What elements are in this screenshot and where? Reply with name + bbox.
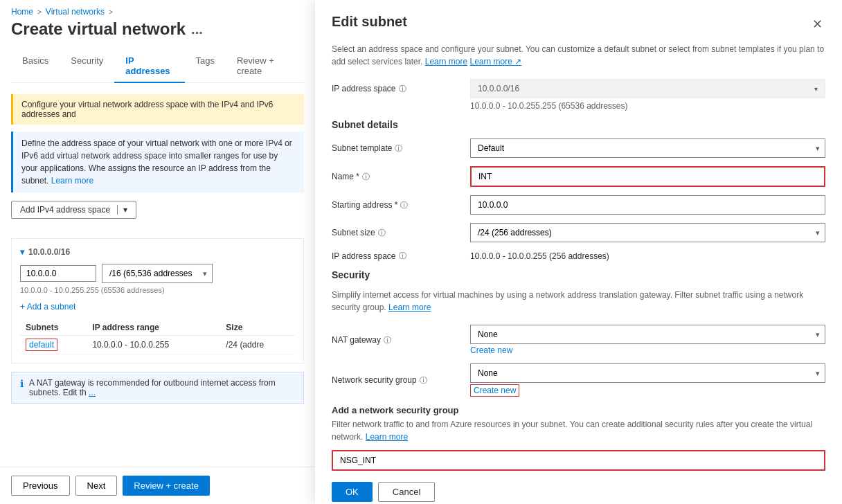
subnet-name-control: [470, 166, 825, 187]
add-ipv4-button[interactable]: Add IPv4 address space ▾: [11, 201, 136, 219]
subnet-range: 10.0.0.0 - 10.0.0.255: [87, 336, 220, 354]
subnet-default-link[interactable]: default: [26, 339, 57, 351]
nsg-info-icon: ⓘ: [420, 375, 427, 386]
template-info-icon: ⓘ: [395, 143, 402, 154]
nat-gateway-select[interactable]: None: [470, 325, 825, 344]
panel-learn-more-link[interactable]: Learn more ↗: [469, 57, 521, 66]
nsg-control: None Create new: [470, 363, 825, 397]
starting-address-info-icon: ⓘ: [400, 200, 408, 210]
breadcrumb-sep2: >: [109, 8, 113, 16]
tab-security[interactable]: Security: [60, 50, 114, 83]
subnet-template-control: Default: [470, 138, 825, 158]
nat-info-icon: ⓘ: [384, 335, 391, 345]
nsg-select[interactable]: None: [470, 363, 825, 383]
ip-address-space-control: 10.0.0.0/16 ▾: [470, 79, 825, 98]
breadcrumb-home[interactable]: Home: [11, 7, 33, 17]
tab-tags[interactable]: Tags: [185, 50, 226, 83]
nat-gateway-row: NAT gateway ⓘ None Create new: [332, 325, 825, 355]
address-space-inputs: /16 (65,536 addresses): [20, 264, 295, 283]
ip-space-2-info-icon: ⓘ: [399, 251, 406, 261]
breadcrumb: Home > Virtual networks >: [0, 0, 315, 19]
tab-review-create[interactable]: Review + create: [226, 50, 304, 83]
starting-address-control: [470, 195, 825, 215]
add-nsg-title: Add a network security group: [332, 405, 825, 415]
security-description: Simplify internet access for virtual mac…: [332, 289, 825, 314]
subnet-template-row: Subnet template ⓘ Default: [332, 138, 825, 158]
nat-create-new-link[interactable]: Create new: [470, 345, 825, 355]
previous-button[interactable]: Previous: [11, 476, 70, 496]
panel-title: Edit subnet: [332, 14, 407, 30]
edit-subnet-panel: Edit subnet ✕ Select an address space an…: [314, 0, 842, 504]
tab-basics[interactable]: Basics: [11, 50, 60, 83]
col-subnets: Subnets: [20, 320, 87, 336]
ip-space-dropdown-arrow: ▾: [814, 85, 818, 93]
info-bar-learn-more[interactable]: Learn more: [51, 176, 93, 186]
ip-address-space-info-icon: ⓘ: [399, 84, 406, 94]
ok-button[interactable]: OK: [332, 482, 373, 502]
address-space-section: ▾ 10.0.0.0/16 /16 (65,536 addresses) 10.…: [11, 238, 304, 363]
security-learn-more[interactable]: Learn more: [388, 303, 431, 312]
nsg-create-new-link[interactable]: Create new: [470, 384, 519, 397]
ip-address-space-row: IP address space ⓘ 10.0.0.0/16 ▾: [332, 79, 825, 98]
subnet-size-control: /24 (256 addresses): [470, 223, 825, 242]
subnet-size-select[interactable]: /24 (256 addresses): [470, 223, 825, 242]
nat-gateway-label: NAT gateway ⓘ: [332, 335, 470, 345]
subnet-size-info-icon: ⓘ: [378, 228, 386, 238]
subnet-size: /24 (addre: [220, 336, 295, 354]
panel-footer: OK Cancel: [332, 482, 825, 502]
close-panel-button[interactable]: ✕: [809, 14, 825, 35]
panel-learn-more[interactable]: Learn more: [425, 57, 467, 66]
next-button[interactable]: Next: [75, 476, 118, 496]
nat-gateway-control: None Create new: [470, 325, 825, 355]
breadcrumb-virtual-networks[interactable]: Virtual networks: [46, 7, 105, 17]
nsg-row: Network security group ⓘ None Create new: [332, 363, 825, 397]
tab-bar: Basics Security IP addresses Tags Review…: [11, 50, 304, 83]
ip-address-space-2-value: 10.0.0.0 - 10.0.0.255 (256 addresses): [470, 251, 825, 261]
address-space-range: 10.0.0.0 - 10.0.255.255 (65536 addresses…: [20, 286, 295, 294]
nsg-name-input[interactable]: [332, 450, 825, 471]
starting-address-row: Starting address * ⓘ: [332, 195, 825, 215]
tab-ip-addresses[interactable]: IP addresses: [114, 50, 184, 83]
add-nsg-desc: Filter network traffic to and from Azure…: [332, 418, 825, 443]
col-size: Size: [220, 320, 295, 336]
page-title: Create virtual network ...: [11, 19, 304, 39]
subnet-template-label: Subnet template ⓘ: [332, 143, 470, 154]
subnet-size-row: Subnet size ⓘ /24 (256 addresses): [332, 223, 825, 242]
subnet-name-input[interactable]: [470, 166, 825, 187]
table-row: default 10.0.0.0 - 10.0.0.255 /24 (addre: [20, 336, 295, 354]
page-menu-dots[interactable]: ...: [191, 21, 203, 37]
address-space-ip-input[interactable]: [20, 265, 96, 282]
nsg-label: Network security group ⓘ: [332, 375, 470, 386]
starting-address-label: Starting address * ⓘ: [332, 200, 470, 210]
panel-header: Edit subnet ✕: [332, 14, 825, 35]
address-space-header: ▾ 10.0.0.0/16: [20, 247, 295, 257]
security-title: Security: [332, 269, 825, 280]
info-bar-blue: Define the address space of your virtual…: [11, 132, 304, 192]
subnet-name-label: Name * ⓘ: [332, 172, 470, 182]
name-info-icon: ⓘ: [362, 172, 370, 182]
col-ip-range: IP address range: [87, 320, 220, 336]
subnet-template-select[interactable]: Default: [470, 138, 825, 158]
address-space-mask-select[interactable]: /16 (65,536 addresses): [102, 264, 213, 283]
bottom-bar: Previous Next Review + create: [0, 467, 315, 504]
review-create-button[interactable]: Review + create: [123, 476, 210, 496]
breadcrumb-sep1: >: [37, 8, 42, 16]
subnet-size-label: Subnet size ⓘ: [332, 228, 470, 238]
nat-bar-link[interactable]: ...: [89, 388, 96, 397]
panel-description: Select an address space and configure yo…: [332, 43, 825, 68]
subnet-details-title: Subnet details: [332, 119, 825, 130]
add-nsg-section: Add a network security group Filter netw…: [332, 405, 825, 471]
starting-address-input[interactable]: [470, 195, 825, 215]
nat-info-bar: ℹ A NAT gateway is recommended for outbo…: [11, 372, 304, 404]
info-bar-yellow: Configure your virtual network address s…: [11, 94, 304, 125]
ip-address-space-label: IP address space ⓘ: [332, 84, 470, 94]
ip-address-space-2-row: IP address space ⓘ 10.0.0.0 - 10.0.0.255…: [332, 251, 825, 261]
add-subnet-link[interactable]: + Add a subnet: [20, 302, 75, 312]
ip-address-range-text: 10.0.0.0 - 10.0.255.255 (65536 addresses…: [332, 101, 825, 111]
add-ipv4-dropdown[interactable]: ▾: [117, 205, 127, 215]
cancel-button[interactable]: Cancel: [378, 482, 435, 502]
add-nsg-learn-more[interactable]: Learn more: [366, 432, 408, 442]
ip-address-space-2-label: IP address space ⓘ: [332, 251, 470, 261]
subnet-name-row: Name * ⓘ: [332, 166, 825, 187]
subnets-table: Subnets IP address range Size default 10…: [20, 320, 295, 354]
